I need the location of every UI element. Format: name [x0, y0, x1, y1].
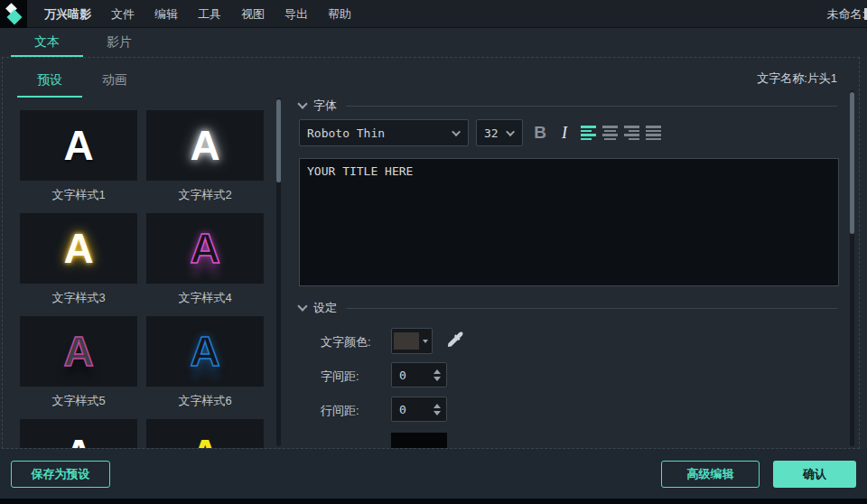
bold-button[interactable]: B: [530, 119, 550, 146]
text-color-label: 文字颜色:: [321, 334, 371, 350]
stepper-down-icon[interactable]: [434, 377, 441, 381]
text-style-item-5[interactable]: A 文字样式5: [20, 316, 137, 409]
letter-spacing-value: 0: [399, 369, 406, 382]
align-left-icon[interactable]: [581, 126, 596, 140]
eyedropper-icon[interactable]: [446, 331, 464, 350]
align-justify-icon[interactable]: [646, 126, 661, 140]
tab-text[interactable]: 文本: [11, 29, 83, 57]
menu-help[interactable]: 帮助: [318, 0, 361, 28]
font-family-value: Roboto Thin: [307, 126, 385, 140]
letter-spacing-label: 字间距:: [321, 369, 359, 385]
stepper-arrows: [434, 369, 441, 381]
italic-button[interactable]: I: [555, 119, 574, 146]
font-section-title: 字体: [313, 98, 337, 114]
style-label: 文字样式2: [146, 187, 264, 203]
style-thumbnail: A: [20, 213, 137, 284]
style-preview-letter: A: [190, 331, 219, 372]
left-panel: 预设 动画 A 文字样式1 A 文字样式2 A 文字样式3 A 文字: [3, 58, 290, 448]
text-name-label: 文字名称:片头1: [757, 70, 837, 87]
style-preview-letter: A: [63, 331, 93, 372]
subtab-animation[interactable]: 动画: [82, 72, 147, 98]
letter-spacing-stepper[interactable]: 0: [391, 362, 447, 387]
text-style-item-3[interactable]: A 文字样式3: [20, 213, 137, 306]
style-label: 文字样式4: [146, 290, 264, 306]
confirm-button[interactable]: 确认: [773, 461, 856, 488]
text-style-item-4[interactable]: A 文字样式4: [146, 213, 264, 306]
subtab-preset[interactable]: 预设: [17, 72, 82, 98]
right-panel: 文字名称:片头1 字体 Roboto Thin 32 B I: [290, 58, 859, 448]
menu-file[interactable]: 文件: [101, 0, 144, 28]
style-preview-letter: A: [190, 434, 219, 448]
dropdown-arrow-icon: [423, 340, 428, 343]
menu-app-name[interactable]: 万兴喵影: [34, 0, 101, 28]
stepper-up-icon[interactable]: [434, 369, 441, 374]
subtab-bar: 预设 动画: [3, 72, 290, 98]
app-logo-icon: [0, 0, 27, 28]
text-style-item-6[interactable]: A 文字样式6: [146, 316, 264, 409]
title-text-input[interactable]: [299, 158, 839, 286]
tab-bar: 文本 影片: [0, 29, 867, 57]
font-size-select[interactable]: 32: [476, 119, 523, 146]
menu-tools[interactable]: 工具: [188, 0, 231, 28]
line-spacing-label: 行间距:: [321, 403, 359, 419]
collapse-chevron-icon[interactable]: [297, 98, 307, 108]
style-preview-letter: A: [63, 434, 93, 448]
project-name: 未命名:: [826, 0, 867, 28]
menu-edit[interactable]: 编辑: [144, 0, 188, 28]
style-thumbnail: A: [146, 419, 264, 448]
style-thumbnail: A: [20, 110, 137, 181]
line-spacing-value: 0: [399, 403, 406, 416]
style-thumbnail: A: [146, 316, 264, 387]
text-style-item-8[interactable]: A: [146, 419, 264, 448]
text-style-item-2[interactable]: A 文字样式2: [146, 110, 264, 203]
clipped-control: [391, 433, 447, 449]
app-window: 万兴喵影 文件 编辑 工具 视图 导出 帮助 未命名: 文本 影片 预设 动画 …: [0, 0, 867, 504]
style-thumbnail: A: [146, 213, 264, 284]
text-style-item-7[interactable]: A: [20, 419, 137, 448]
style-label: 文字样式1: [20, 187, 137, 203]
stepper-up-icon[interactable]: [434, 404, 441, 408]
text-style-item-1[interactable]: A 文字样式1: [20, 110, 137, 203]
style-preview-letter: A: [190, 228, 219, 269]
chevron-down-icon: [452, 127, 461, 136]
style-thumbnail: A: [20, 316, 137, 387]
text-color-picker[interactable]: [391, 328, 433, 354]
alignment-buttons: [581, 126, 661, 140]
style-preview-letter: A: [63, 228, 93, 269]
left-scrollbar-thumb[interactable]: [276, 99, 281, 182]
chevron-down-icon: [506, 127, 515, 136]
collapse-chevron-icon[interactable]: [297, 301, 307, 311]
bottom-strip: [0, 499, 867, 504]
menu-items: 万兴喵影 文件 编辑 工具 视图 导出 帮助: [34, 0, 361, 28]
advanced-edit-button[interactable]: 高级编辑: [661, 461, 760, 488]
style-label: 文字样式6: [146, 393, 264, 409]
tab-video[interactable]: 影片: [83, 29, 155, 57]
footer-bar: 保存为预设 高级编辑 确认: [0, 449, 867, 499]
save-preset-button[interactable]: 保存为预设: [11, 461, 110, 488]
section-divider: [346, 106, 837, 107]
settings-section-header: 设定: [299, 300, 837, 316]
section-divider: [346, 308, 837, 309]
line-spacing-stepper[interactable]: 0: [391, 397, 447, 422]
font-size-value: 32: [484, 126, 499, 140]
right-scrollbar-thumb[interactable]: [850, 92, 854, 234]
color-swatch: [394, 332, 419, 350]
style-label: 文字样式3: [20, 290, 137, 306]
main-panel: 预设 动画 A 文字样式1 A 文字样式2 A 文字样式3 A 文字: [2, 57, 860, 449]
style-label: 文字样式5: [20, 393, 137, 409]
text-style-grid: A 文字样式1 A 文字样式2 A 文字样式3 A 文字样式4 A 文字样式: [20, 110, 266, 448]
style-thumbnail: A: [20, 419, 137, 448]
align-right-icon[interactable]: [624, 126, 639, 140]
style-thumbnail: A: [146, 110, 264, 181]
font-family-select[interactable]: Roboto Thin: [299, 119, 469, 146]
style-preview-letter: A: [63, 125, 93, 166]
menu-view[interactable]: 视图: [231, 0, 275, 28]
menu-bar: 万兴喵影 文件 编辑 工具 视图 导出 帮助 未命名:: [0, 0, 867, 28]
menu-export[interactable]: 导出: [275, 0, 318, 28]
settings-section-title: 设定: [313, 300, 337, 316]
align-center-icon[interactable]: [602, 126, 618, 140]
style-preview-letter: A: [190, 125, 219, 166]
stepper-down-icon[interactable]: [434, 411, 441, 415]
font-section-header: 字体: [299, 98, 837, 114]
stepper-arrows: [434, 404, 441, 415]
